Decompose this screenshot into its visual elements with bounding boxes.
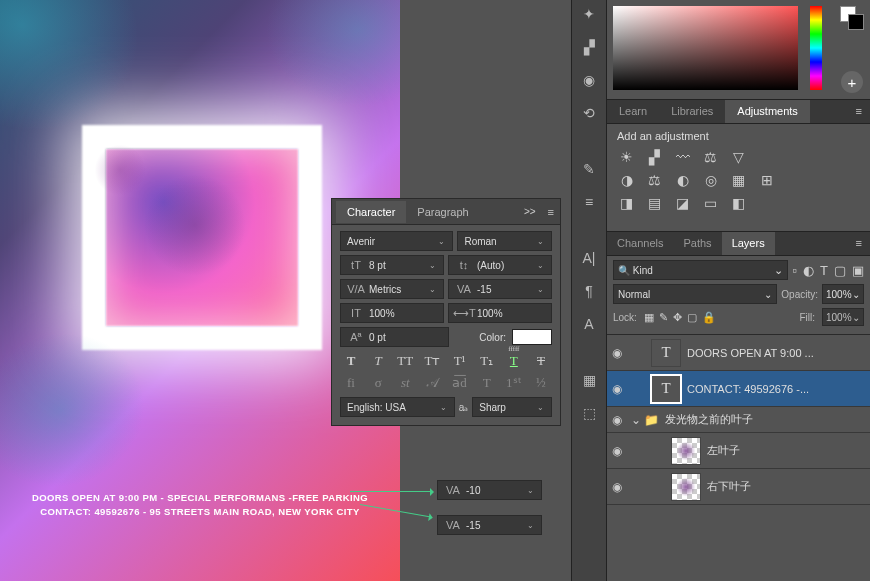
layer-folder-row[interactable]: ◉ ⌄ 📁 发光物之前的叶子 xyxy=(607,407,870,433)
leading-value[interactable]: (Auto) xyxy=(475,260,534,271)
vibrance-icon[interactable]: ▽ xyxy=(729,148,748,165)
bw-icon[interactable]: ◐ xyxy=(673,171,692,188)
layer-row[interactable]: ◉ T DOORS OPEN AT 9:00 ... xyxy=(607,335,870,371)
font-size-field[interactable]: tT 8 pt ⌄ xyxy=(340,255,444,275)
chevron-down-icon[interactable]: ⌄ xyxy=(426,285,439,294)
ordinals-button[interactable]: T xyxy=(476,375,498,391)
fill-value[interactable]: 100% xyxy=(826,312,852,323)
panel-menu-icon[interactable]: ≡ xyxy=(542,206,560,218)
chevron-down-icon[interactable]: ⌄ xyxy=(534,237,547,246)
invert-icon[interactable]: ◨ xyxy=(617,194,636,211)
tab-channels[interactable]: Channels xyxy=(607,232,673,255)
panel-menu-icon[interactable]: ≡ xyxy=(848,232,870,255)
tracking-value[interactable]: -15 xyxy=(475,284,534,295)
lock-transparent-icon[interactable]: ▦ xyxy=(644,311,654,324)
tab-character[interactable]: Character xyxy=(336,201,406,223)
contextual-alt-button[interactable]: σ xyxy=(367,375,389,391)
brush-settings-icon[interactable]: ≡ xyxy=(579,192,599,212)
character-panel-icon[interactable]: A| xyxy=(579,248,599,268)
italic-button[interactable]: T xyxy=(367,353,389,369)
subscript-button[interactable]: T₁ xyxy=(476,353,498,369)
selective-color-icon[interactable]: ◧ xyxy=(729,194,748,211)
layer-thumbnail[interactable]: T xyxy=(651,339,681,367)
visibility-toggle[interactable]: ◉ xyxy=(609,480,625,494)
lock-paint-icon[interactable]: ✎ xyxy=(659,311,668,324)
vscale-value[interactable]: 100% xyxy=(367,308,439,319)
lock-all-icon[interactable]: 🔒 xyxy=(702,311,716,324)
font-size-value[interactable]: 8 pt xyxy=(367,260,426,271)
color-field[interactable] xyxy=(613,6,798,90)
paragraph-panel-icon[interactable]: ¶ xyxy=(579,281,599,301)
kerning-field[interactable]: V/A Metrics ⌄ xyxy=(340,279,444,299)
color-lookup-icon[interactable]: ⊞ xyxy=(757,171,776,188)
eye-panel-icon[interactable]: ◉ xyxy=(579,70,599,90)
tab-paragraph[interactable]: Paragraph xyxy=(406,201,479,223)
layer-row[interactable]: ◉ T CONTACT: 49592676 -... xyxy=(607,371,870,407)
filter-adjustment-icon[interactable]: ◐ xyxy=(803,263,814,278)
leading-field[interactable]: t↕ (Auto) ⌄ xyxy=(448,255,552,275)
chevron-down-icon[interactable]: ⌄ xyxy=(534,403,547,412)
channel-mixer-icon[interactable]: ▦ xyxy=(729,171,748,188)
blend-mode-dropdown[interactable]: Normal ⌄ xyxy=(613,284,777,304)
layer-thumbnail[interactable] xyxy=(671,437,701,465)
layer-name[interactable]: 左叶子 xyxy=(707,443,868,458)
bold-button[interactable]: T xyxy=(340,353,362,369)
superscript-button[interactable]: T¹ xyxy=(449,353,471,369)
visibility-toggle[interactable]: ◉ xyxy=(609,413,625,427)
collapse-panel-icon[interactable]: >> xyxy=(518,206,542,217)
filter-smart-icon[interactable]: ▣ xyxy=(852,263,864,278)
tracking-field[interactable]: VA -15 ⌄ xyxy=(448,279,552,299)
layer-name[interactable]: DOORS OPEN AT 9:00 ... xyxy=(687,347,868,359)
poster-text-line2[interactable]: CONTACT: 49592676 - 95 STREETS MAIN ROAD… xyxy=(0,505,400,519)
brush-panel-icon[interactable]: ✎ xyxy=(579,159,599,179)
ligatures-button[interactable]: fi xyxy=(340,375,362,391)
smallcaps-button[interactable]: Tᴛ xyxy=(421,353,443,369)
baseline-value[interactable]: 0 pt xyxy=(367,332,444,343)
chevron-down-icon[interactable]: ⌄ xyxy=(524,521,537,530)
filter-shape-icon[interactable]: ▢ xyxy=(834,263,846,278)
poster-text-line1[interactable]: DOORS OPEN AT 9:00 PM - SPECIAL PERFORMA… xyxy=(0,491,400,505)
chevron-down-icon[interactable]: ⌄ xyxy=(534,285,547,294)
filter-type-icon[interactable]: T xyxy=(820,263,828,278)
tab-layers[interactable]: Layers xyxy=(722,232,775,255)
color-balance-icon[interactable]: ⚖ xyxy=(645,171,664,188)
visibility-toggle[interactable]: ◉ xyxy=(609,444,625,458)
tab-libraries[interactable]: Libraries xyxy=(659,100,725,123)
tab-learn[interactable]: Learn xyxy=(607,100,659,123)
posterize-icon[interactable]: ▤ xyxy=(645,194,664,211)
history-icon[interactable]: ⟲ xyxy=(579,103,599,123)
opacity-value[interactable]: 100% xyxy=(826,289,852,300)
layer-row[interactable]: ◉ 右下叶子 xyxy=(607,469,870,505)
lock-position-icon[interactable]: ✥ xyxy=(673,311,682,324)
layer-name[interactable]: CONTACT: 49592676 -... xyxy=(687,383,868,395)
fg-bg-swatches[interactable] xyxy=(840,6,864,30)
chevron-down-icon[interactable]: ⌄ xyxy=(426,261,439,270)
visibility-toggle[interactable]: ◉ xyxy=(609,346,625,360)
tracking-field[interactable]: VA -10 ⌄ xyxy=(437,480,542,500)
language-dropdown[interactable]: English: USA ⌄ xyxy=(340,397,455,417)
swatches-icon[interactable]: ▦ xyxy=(579,370,599,390)
layer-thumbnail[interactable]: T xyxy=(651,375,681,403)
text-color-swatch[interactable] xyxy=(512,329,552,345)
panel-menu-icon[interactable]: ≡ xyxy=(848,100,870,123)
chevron-down-icon[interactable]: ⌄ xyxy=(437,403,450,412)
fractions-button[interactable]: 1ˢᵗ xyxy=(503,375,525,391)
titling-alt-button[interactable]: a͞d xyxy=(449,375,471,391)
strikethrough-button[interactable]: T xyxy=(530,353,552,369)
layer-name[interactable]: 发光物之前的叶子 xyxy=(665,412,868,427)
gradient-map-icon[interactable]: ▭ xyxy=(701,194,720,211)
layer-filter-kind-dropdown[interactable]: 🔍 Kind ⌄ xyxy=(613,260,788,280)
underline-button[interactable]: fffffT xyxy=(503,353,525,369)
layer-name[interactable]: 右下叶子 xyxy=(707,479,868,494)
opacity-field[interactable]: 100% ⌄ xyxy=(822,284,864,304)
swash-button[interactable]: st xyxy=(394,375,416,391)
add-to-swatches-button[interactable]: + xyxy=(841,71,863,93)
glyphs-panel-icon[interactable]: A xyxy=(579,314,599,334)
brightness-icon[interactable]: ☀ xyxy=(617,148,636,165)
folder-toggle-icon[interactable]: ⌄ 📁 xyxy=(631,413,659,427)
kerning-value[interactable]: Metrics xyxy=(367,284,426,295)
hscale-value[interactable]: 100% xyxy=(475,308,547,319)
chevron-down-icon[interactable]: ⌄ xyxy=(524,486,537,495)
baseline-shift-field[interactable]: Aª 0 pt xyxy=(340,327,449,347)
photo-filter-icon[interactable]: ◎ xyxy=(701,171,720,188)
